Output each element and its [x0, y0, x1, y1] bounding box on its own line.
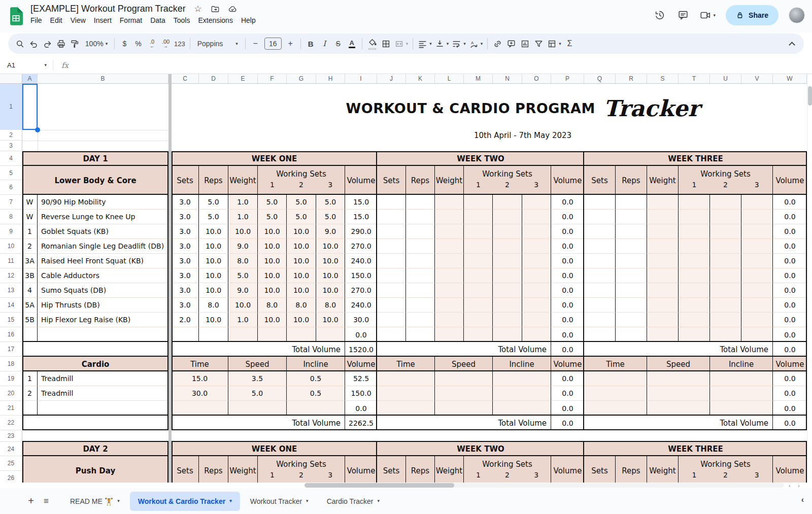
decrease-font-size-button[interactable]: − — [249, 37, 262, 51]
cell[interactable] — [406, 195, 435, 210]
column-header-Q[interactable]: Q — [584, 74, 616, 84]
exercise-name[interactable]: Reverse Lunge to Knee Up — [38, 210, 168, 224]
cardio-num[interactable]: 1 — [22, 371, 38, 386]
cell[interactable] — [493, 313, 522, 327]
cell[interactable] — [584, 298, 616, 313]
cell[interactable] — [679, 283, 710, 298]
cell[interactable] — [228, 327, 258, 342]
exercise-num[interactable]: 3A — [22, 254, 38, 268]
share-button[interactable]: Share — [726, 5, 779, 25]
exercise-num[interactable]: W — [22, 210, 38, 224]
row-header-9[interactable]: 9 — [0, 224, 22, 239]
cell[interactable]: 0.0 — [551, 254, 584, 268]
cell[interactable] — [464, 254, 493, 268]
decrease-decimal-button[interactable]: .0← — [145, 37, 159, 51]
cell[interactable] — [522, 239, 551, 254]
cell[interactable] — [710, 327, 741, 342]
cell[interactable] — [435, 268, 464, 283]
column-header-O[interactable]: O — [522, 74, 551, 84]
cell[interactable] — [647, 268, 679, 283]
sheet-tab-workout-cardio-tracker[interactable]: Workout & Cardio Tracker▾ — [130, 492, 240, 511]
sheet-tab-read-me[interactable]: READ ME 🏋▾ — [62, 492, 128, 511]
menu-edit[interactable]: Edit — [46, 15, 66, 26]
cell[interactable]: 10.0 — [316, 313, 345, 327]
number-format-button[interactable]: 123 — [173, 37, 187, 51]
cell[interactable] — [316, 327, 345, 342]
row-header-26[interactable]: 26 — [0, 471, 22, 483]
cell[interactable] — [522, 313, 551, 327]
cell[interactable]: 0.0 — [773, 327, 807, 342]
column-header-W[interactable]: W — [773, 74, 807, 84]
cell[interactable] — [172, 401, 228, 416]
row-header-24[interactable]: 24 — [0, 442, 22, 456]
menu-insert[interactable]: Insert — [90, 15, 116, 26]
menu-tools[interactable]: Tools — [170, 15, 194, 26]
cell[interactable]: 10.0 — [199, 254, 228, 268]
cell[interactable]: 3.0 — [172, 268, 199, 283]
sheets-logo-icon[interactable] — [9, 7, 23, 25]
cell[interactable] — [710, 254, 741, 268]
cell[interactable]: 10.0 — [199, 224, 228, 239]
move-to-folder-icon[interactable] — [210, 4, 220, 14]
menu-extensions[interactable]: Extensions — [194, 15, 236, 26]
menu-format[interactable]: Format — [116, 15, 146, 26]
functions-button[interactable]: Σ — [563, 37, 577, 51]
exercise-num[interactable]: 4 — [22, 283, 38, 298]
cell[interactable]: 0.0 — [345, 401, 377, 416]
exercise-name[interactable]: Cable Adductors — [38, 268, 168, 283]
cell[interactable] — [493, 283, 522, 298]
hide-panel-icon[interactable]: ‹ — [801, 495, 804, 504]
row-header-14[interactable]: 14 — [0, 298, 22, 313]
table-views-button[interactable]: ▾ — [546, 37, 563, 51]
cell[interactable]: 10.0 — [287, 268, 316, 283]
cell[interactable] — [377, 210, 406, 224]
cell[interactable] — [741, 298, 773, 313]
font-select[interactable]: Poppins▾ — [193, 37, 242, 51]
cell[interactable]: 0.0 — [551, 239, 584, 254]
cell[interactable] — [679, 298, 710, 313]
exercise-num[interactable]: 5B — [22, 313, 38, 327]
menu-view[interactable]: View — [66, 15, 90, 26]
exercise-name[interactable]: Hip Thrusts (DB) — [38, 298, 168, 313]
cell[interactable] — [493, 298, 522, 313]
cell[interactable] — [647, 254, 679, 268]
menu-file[interactable]: File — [26, 15, 46, 26]
cell[interactable]: 10.0 — [258, 268, 287, 283]
cell[interactable]: 5.0 — [228, 268, 258, 283]
cell[interactable] — [406, 327, 435, 342]
cell[interactable]: 0.0 — [773, 254, 807, 268]
cell[interactable]: 0.0 — [551, 313, 584, 327]
increase-font-size-button[interactable]: + — [284, 37, 297, 51]
cell[interactable] — [647, 224, 679, 239]
cell[interactable]: 15.0 — [172, 371, 228, 386]
row-header-18[interactable]: 18 — [0, 357, 22, 371]
cell[interactable]: 0.0 — [773, 224, 807, 239]
row-header-21[interactable]: 21 — [0, 401, 22, 416]
cell[interactable] — [741, 268, 773, 283]
cell[interactable] — [377, 268, 406, 283]
cell[interactable] — [679, 195, 710, 210]
cell[interactable]: 10.0 — [316, 239, 345, 254]
column-header-R[interactable]: R — [616, 74, 647, 84]
cell[interactable]: 15.0 — [345, 210, 377, 224]
cell[interactable] — [522, 283, 551, 298]
cell[interactable]: 10.0 — [228, 298, 258, 313]
cell[interactable]: 270.0 — [345, 239, 377, 254]
increase-decimal-button[interactable]: .00→ — [159, 37, 173, 51]
cell[interactable] — [435, 371, 493, 386]
cell[interactable]: 8.0 — [287, 298, 316, 313]
cell[interactable] — [616, 195, 647, 210]
cell[interactable] — [741, 254, 773, 268]
cell[interactable] — [741, 195, 773, 210]
cell[interactable] — [406, 268, 435, 283]
cell[interactable] — [435, 239, 464, 254]
exercise-num[interactable]: 1 — [22, 224, 38, 239]
cell[interactable]: 0.0 — [773, 268, 807, 283]
cell[interactable]: 10.0 — [258, 254, 287, 268]
cell[interactable] — [493, 371, 551, 386]
bold-button[interactable]: B — [304, 37, 318, 51]
star-icon[interactable]: ☆ — [193, 4, 203, 14]
cell[interactable] — [741, 239, 773, 254]
cell[interactable] — [584, 210, 616, 224]
cell[interactable] — [647, 327, 679, 342]
